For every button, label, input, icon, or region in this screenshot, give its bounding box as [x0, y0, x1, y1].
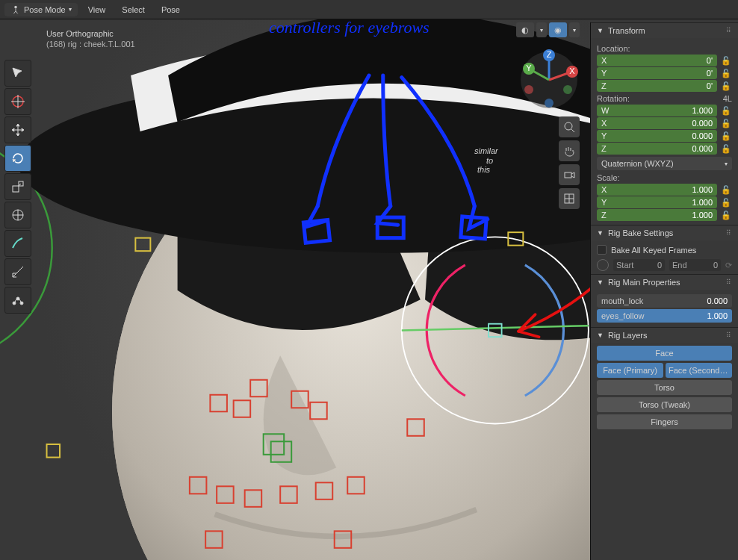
svg-rect-7: [135, 238, 150, 252]
panel-rig-layers-header[interactable]: ▼ Rig Layers ⠿: [591, 327, 738, 343]
menu-pose[interactable]: Pose: [155, 2, 186, 17]
panel-title: Transform: [608, 26, 645, 35]
rotation-label: Rotation:: [597, 94, 630, 103]
annotate-tool[interactable]: [4, 230, 31, 257]
lock-icon[interactable]: 🔓: [720, 185, 732, 195]
prop-mouth-lock[interactable]: mouth_lock0.000: [597, 294, 732, 308]
layer-face-primary[interactable]: Face (Primary): [597, 363, 663, 378]
svg-text:X: X: [569, 66, 575, 75]
rotation-mode-tag: 4L: [723, 94, 732, 103]
transform-tool[interactable]: [4, 202, 31, 228]
layer-torso-tweak[interactable]: Torso (Tweak): [597, 397, 732, 412]
chevron-down-icon: ▾: [69, 6, 72, 13]
svg-text:Z: Z: [547, 50, 552, 59]
svg-rect-9: [47, 444, 61, 458]
select-box-tool[interactable]: [4, 60, 31, 87]
cursor-tool[interactable]: [4, 88, 31, 115]
panel-transform-header[interactable]: ▼ Transform ⠿: [591, 22, 738, 38]
left-toolbar: [4, 64, 31, 314]
location-label: Location:: [597, 44, 732, 53]
svg-line-51: [571, 129, 574, 132]
panel-rig-main-header[interactable]: ▼ Rig Main Properties ⠿: [591, 274, 738, 290]
chevron-down-icon[interactable]: ▾: [569, 22, 580, 37]
rotate-tool[interactable]: [4, 145, 31, 172]
rotation-mode-select[interactable]: Quaternion (WXYZ) ▾: [597, 157, 732, 170]
panel-title: Rig Bake Settings: [608, 228, 673, 237]
clock-icon[interactable]: [597, 259, 609, 271]
svg-rect-59: [13, 186, 19, 192]
pan-hand-icon[interactable]: [559, 140, 580, 161]
chevron-down-icon[interactable]: ▾: [536, 22, 547, 37]
rig-layer-buttons: Face Face (Primary) Face (Seconda... Tor…: [597, 346, 732, 429]
svg-rect-52: [565, 172, 571, 178]
camera-icon[interactable]: [559, 164, 580, 185]
layer-face[interactable]: Face: [597, 346, 732, 361]
lock-icon[interactable]: 🔓: [720, 198, 732, 208]
start-frame-field[interactable]: Start0: [613, 259, 665, 271]
mode-selector[interactable]: Pose Mode ▾: [4, 3, 78, 16]
move-tool[interactable]: [4, 116, 31, 143]
breakdowner-tool[interactable]: [4, 287, 31, 314]
refresh-icon[interactable]: ⟳: [725, 261, 732, 270]
svg-point-48: [563, 85, 572, 94]
menu-view[interactable]: View: [82, 2, 112, 17]
lock-icon[interactable]: 🔓: [720, 144, 732, 154]
drag-dots-icon[interactable]: ⠿: [726, 279, 732, 286]
pose-mode-icon: [10, 4, 21, 15]
drag-dots-icon[interactable]: ⠿: [726, 229, 732, 237]
lock-icon[interactable]: 🔓: [720, 211, 732, 220]
menu-select[interactable]: Select: [116, 2, 151, 17]
panel-rig-bake-header[interactable]: ▼ Rig Bake Settings ⠿: [591, 225, 738, 240]
panel-title: Rig Main Properties: [608, 278, 680, 287]
orientation-gizmo[interactable]: Z X Y: [518, 49, 580, 111]
lock-icon[interactable]: 🔓: [720, 56, 732, 66]
location-z-field[interactable]: Z0': [597, 80, 717, 92]
overlay-toggle-icon[interactable]: ◉: [549, 22, 567, 37]
scale-tool[interactable]: [4, 173, 31, 200]
lock-icon[interactable]: 🔓: [720, 81, 732, 91]
rotation-x-field[interactable]: X0.000: [597, 117, 717, 129]
svg-point-47: [545, 99, 554, 108]
lock-icon[interactable]: 🔓: [720, 69, 732, 78]
scale-label: Scale:: [597, 173, 732, 182]
n-panel-sidebar: ▼ Transform ⠿ Location: X0'🔓 Y0'🔓 Z0'🔓 R…: [590, 22, 738, 560]
measure-tool[interactable]: [4, 258, 31, 285]
panel-title: Rig Layers: [608, 331, 648, 340]
location-x-field[interactable]: X0': [597, 55, 717, 66]
end-frame-field[interactable]: End0: [669, 259, 721, 271]
layer-face-secondary[interactable]: Face (Seconda...: [666, 363, 732, 378]
rotation-y-field[interactable]: Y0.000: [597, 130, 717, 142]
scale-y-field[interactable]: Y1.000: [597, 196, 717, 208]
toggle-gizmo-icon[interactable]: ◐: [516, 22, 534, 37]
svg-point-49: [524, 85, 533, 94]
bake-all-label: Bake All Keyed Frames: [611, 246, 696, 255]
scale-z-field[interactable]: Z1.000: [597, 209, 717, 221]
mode-label: Pose Mode: [24, 5, 66, 14]
drag-dots-icon[interactable]: ⠿: [726, 27, 732, 34]
rotation-z-field[interactable]: Z0.000: [597, 143, 717, 155]
top-bar: Pose Mode ▾ View Select Pose: [0, 0, 738, 19]
drag-dots-icon[interactable]: ⠿: [726, 332, 732, 339]
chevron-down-icon: ▼: [597, 332, 604, 339]
scale-x-field[interactable]: X1.000: [597, 184, 717, 196]
svg-point-50: [565, 122, 572, 130]
layer-torso[interactable]: Torso: [597, 380, 732, 395]
bake-all-checkbox[interactable]: [597, 245, 607, 255]
chevron-down-icon: ▾: [725, 161, 728, 167]
svg-text:Y: Y: [526, 63, 532, 72]
rig-main-body: mouth_lock0.000 eyes_follow1.000: [591, 290, 738, 327]
lock-icon[interactable]: 🔓: [720, 119, 732, 128]
zoom-icon[interactable]: [559, 116, 580, 137]
chevron-down-icon: ▼: [597, 279, 604, 286]
chevron-down-icon: ▼: [597, 27, 604, 34]
prop-eyes-follow[interactable]: eyes_follow1.000: [597, 309, 732, 323]
lock-icon[interactable]: 🔓: [720, 131, 732, 141]
chevron-down-icon: ▼: [597, 229, 604, 237]
rotation-w-field[interactable]: W1.000: [597, 105, 717, 116]
layer-fingers[interactable]: Fingers: [597, 414, 732, 429]
perspective-grid-icon[interactable]: [559, 188, 580, 209]
svg-point-0: [14, 5, 17, 8]
lock-icon[interactable]: 🔓: [720, 106, 732, 116]
location-y-field[interactable]: Y0': [597, 67, 717, 79]
